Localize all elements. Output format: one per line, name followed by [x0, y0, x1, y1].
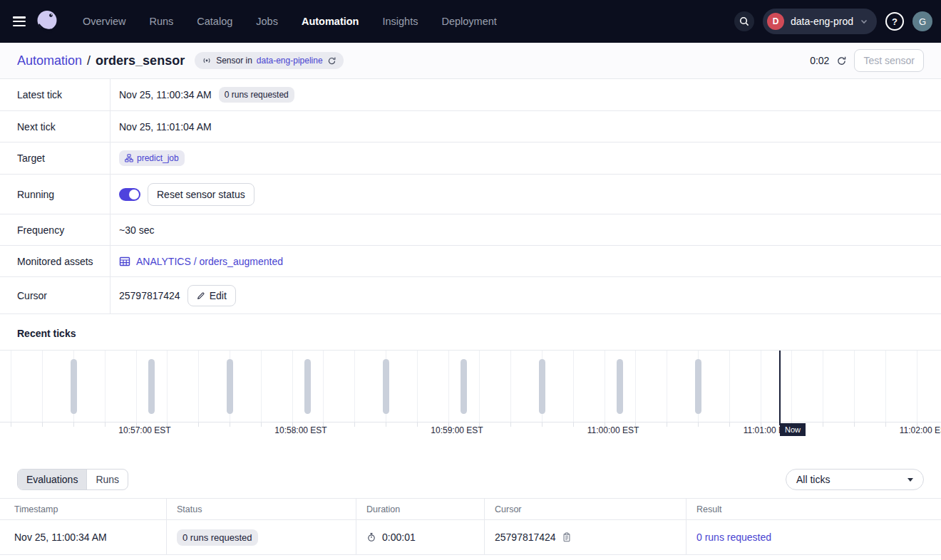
sensor-details: Latest tick Nov 25, 11:00:34 AM 0 runs r…: [0, 79, 941, 314]
timeline-axis-tick: [73, 422, 74, 427]
breadcrumb-automation-link[interactable]: Automation: [17, 53, 82, 68]
sensor-badge-prefix: Sensor in: [216, 56, 252, 66]
row-duration: 0:00:01: [382, 532, 416, 543]
timeline-gridline: [323, 351, 324, 422]
timeline-gridline: [11, 351, 11, 422]
chevron-down-icon: [860, 17, 868, 26]
copy-cursor-icon[interactable]: [562, 532, 572, 542]
now-marker-line: [779, 351, 781, 425]
tick-bar[interactable]: [461, 359, 467, 414]
dagster-logo-icon[interactable]: [33, 7, 61, 36]
workspace-selector[interactable]: D data-eng-prod: [763, 9, 877, 34]
nav-item-deployment[interactable]: Deployment: [441, 16, 496, 27]
search-icon: [739, 16, 750, 27]
avatar[interactable]: G: [912, 11, 932, 31]
monitored-assets-label: Monitored assets: [0, 246, 110, 276]
timeline-gridline: [261, 351, 262, 422]
tick-bar[interactable]: [617, 359, 623, 414]
row-latest-tick: Latest tick Nov 25, 11:00:34 AM 0 runs r…: [0, 79, 941, 111]
eval-table-header: TimestampStatusDurationCursorResult: [0, 498, 941, 520]
nav-item-jobs[interactable]: Jobs: [256, 16, 278, 27]
cursor-label: Cursor: [0, 277, 110, 313]
nav-item-catalog[interactable]: Catalog: [197, 16, 232, 27]
test-sensor-button[interactable]: Test sensor: [854, 49, 924, 72]
timeline-axis-tick: [885, 422, 886, 427]
tick-bar[interactable]: [71, 359, 77, 414]
nav-item-automation[interactable]: Automation: [302, 16, 359, 27]
code-location-link[interactable]: data-eng-pipeline: [257, 56, 323, 66]
next-tick-time: Nov 25, 11:01:04 AM: [119, 121, 212, 133]
caret-down-icon: [907, 478, 913, 482]
tab-evaluations[interactable]: Evaluations: [18, 470, 86, 489]
timeline-axis-tick: [198, 422, 199, 427]
page-title: orders_sensor: [96, 53, 185, 68]
timeline-axis-tick: [230, 422, 230, 427]
timeline-axis-label: 10:59:00 EST: [431, 425, 483, 435]
search-button[interactable]: [734, 11, 754, 31]
evaluations-controls: Evaluations Runs All ticks: [17, 469, 924, 490]
workspace-initial-badge: D: [767, 13, 784, 30]
tick-bar[interactable]: [539, 359, 545, 414]
timeline-gridline: [885, 351, 886, 422]
pencil-icon: [197, 291, 205, 300]
tick-bar[interactable]: [695, 359, 701, 414]
timeline-baseline: [0, 422, 941, 422]
ticks-timeline: Now 10:57:00 EST10:58:00 EST10:59:00 EST…: [0, 350, 941, 437]
latest-tick-status-badge: 0 runs requested: [219, 87, 294, 103]
timeline-axis-tick: [542, 422, 543, 427]
timeline-gridline: [136, 351, 137, 422]
timeline-axis-tick: [573, 422, 574, 427]
avatar-initial: G: [919, 16, 926, 27]
tick-bar[interactable]: [148, 359, 155, 414]
nav-item-overview[interactable]: Overview: [83, 16, 125, 27]
timeline-gridline: [791, 351, 792, 422]
tick-bar[interactable]: [304, 359, 311, 414]
refresh-countdown: 0:02: [810, 55, 829, 66]
timeline-gridline: [573, 351, 574, 422]
edit-cursor-button[interactable]: Edit: [187, 285, 236, 306]
sensor-location-badge: Sensor in data-eng-pipeline: [195, 52, 343, 69]
breadcrumb-separator: /: [87, 53, 91, 68]
reload-location-icon[interactable]: [327, 56, 336, 66]
job-icon: [125, 154, 133, 162]
column-header-status: Status: [166, 499, 356, 519]
tick-filter-dropdown[interactable]: All ticks: [786, 469, 924, 490]
row-frequency: Frequency ~30 sec: [0, 214, 941, 246]
nav-item-runs[interactable]: Runs: [149, 16, 173, 27]
target-job-name: predict_job: [137, 153, 179, 163]
running-toggle[interactable]: [119, 188, 140, 201]
frequency-label: Frequency: [0, 214, 110, 245]
timeline-gridline: [198, 351, 199, 422]
timeline-gridline: [729, 351, 730, 422]
timeline-axis-label: 10:58:00 EST: [274, 425, 326, 435]
timeline-gridline: [354, 351, 355, 422]
row-cursor: Cursor 25797817424 Edit: [0, 277, 941, 314]
timeline-axis-tick: [11, 422, 11, 427]
tick-bar[interactable]: [227, 359, 233, 414]
reset-sensor-status-button[interactable]: Reset sensor status: [148, 183, 254, 206]
sensor-icon: [202, 56, 212, 66]
tab-runs[interactable]: Runs: [86, 470, 128, 489]
target-job-link[interactable]: predict_job: [119, 150, 185, 166]
nav-item-insights[interactable]: Insights: [382, 16, 418, 27]
row-result-link[interactable]: 0 runs requested: [696, 532, 771, 543]
monitored-asset-link[interactable]: ANALYTICS / orders_augmented: [119, 256, 283, 267]
top-nav: OverviewRunsCatalogJobsAutomationInsight…: [0, 0, 941, 43]
latest-tick-time: Nov 25, 11:00:34 AM: [119, 89, 212, 100]
eval-runs-tabs: Evaluations Runs: [17, 469, 128, 490]
timeline-gridline: [510, 351, 511, 422]
refresh-icon[interactable]: [836, 56, 847, 66]
timeline-gridline: [667, 351, 667, 422]
timeline-gridline: [167, 351, 168, 422]
timeline-axis-label: 10:57:00 EST: [118, 425, 170, 435]
menu-icon[interactable]: [13, 16, 26, 26]
tick-bar[interactable]: [383, 359, 389, 414]
help-button[interactable]: ?: [885, 12, 904, 31]
tick-filter-value: All ticks: [796, 474, 830, 485]
recent-ticks-heading: Recent ticks: [0, 314, 941, 350]
timeline-gridline: [823, 351, 823, 422]
timeline-axis-tick: [417, 422, 418, 427]
row-next-tick: Next tick Nov 25, 11:01:04 AM: [0, 111, 941, 142]
timeline-gridline: [42, 351, 43, 422]
timeline-gridline: [417, 351, 418, 422]
